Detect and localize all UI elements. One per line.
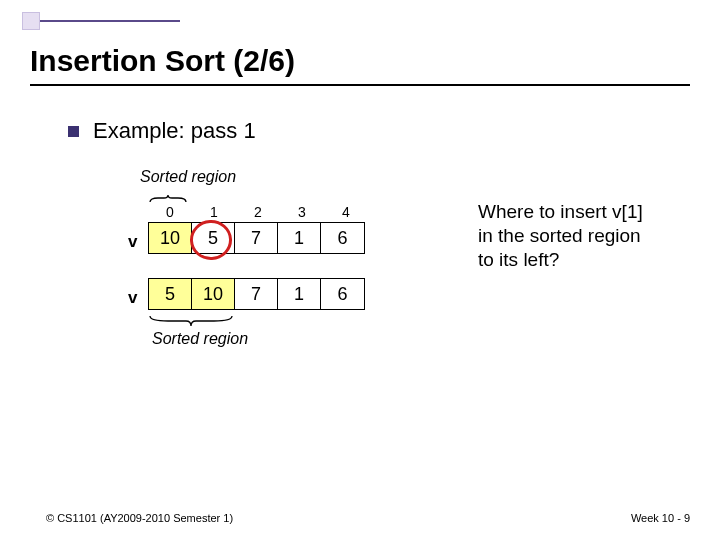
title-underline (30, 84, 690, 86)
side-note-line: to its left? (478, 249, 559, 270)
array-before: 10 5 7 1 6 (148, 222, 365, 254)
bullet-row: Example: pass 1 (68, 118, 256, 144)
array-cell: 7 (235, 223, 278, 253)
array-label: v (128, 232, 137, 252)
array-cell: 10 (149, 223, 192, 253)
array-cell: 1 (278, 223, 321, 253)
accent-bar (40, 20, 180, 22)
square-bullet-icon (68, 126, 79, 137)
array-after: 5 10 7 1 6 (148, 278, 365, 310)
array-cell: 5 (149, 279, 192, 309)
index-row: 0 1 2 3 4 (148, 204, 368, 220)
side-note-line: in the sorted region (478, 225, 641, 246)
sorted-region-label-top: Sorted region (140, 168, 236, 186)
slide-title: Insertion Sort (2/6) (30, 44, 295, 78)
side-note: Where to insert v[1] in the sorted regio… (478, 200, 698, 271)
footer-left: © CS1101 (AY2009-2010 Semester 1) (46, 512, 233, 524)
brace-top-icon (148, 190, 188, 200)
array-cell: 7 (235, 279, 278, 309)
sorted-region-label-bottom: Sorted region (152, 330, 248, 348)
index-label: 4 (324, 204, 368, 220)
index-label: 0 (148, 204, 192, 220)
side-note-line: Where to insert v[1] (478, 201, 643, 222)
array-cell: 1 (278, 279, 321, 309)
array-label: v (128, 288, 137, 308)
index-label: 2 (236, 204, 280, 220)
index-label: 3 (280, 204, 324, 220)
bullet-text: Example: pass 1 (93, 118, 256, 144)
array-cell: 6 (321, 223, 364, 253)
array-cell: 5 (192, 223, 235, 253)
array-cell: 6 (321, 279, 364, 309)
brace-bottom-icon (148, 314, 234, 328)
array-cell: 10 (192, 279, 235, 309)
accent-box (22, 12, 40, 30)
index-label: 1 (192, 204, 236, 220)
footer-right: Week 10 - 9 (631, 512, 690, 524)
